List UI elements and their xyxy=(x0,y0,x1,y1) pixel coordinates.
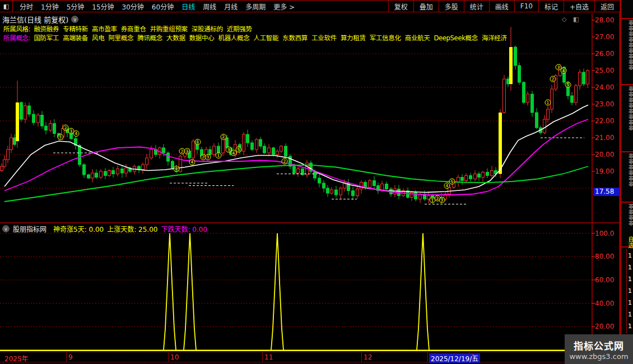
menu-item-2[interactable]: 1分钟 xyxy=(41,2,59,11)
clipped-digit: 1 xyxy=(628,323,632,330)
date-divider xyxy=(427,352,428,362)
menu-item-1[interactable]: 分时 xyxy=(20,2,33,11)
concept-tag-2[interactable]: 高端装备 xyxy=(63,34,88,42)
concept-tag-5[interactable]: 腾讯概念 xyxy=(137,34,162,42)
tool-item-6[interactable]: F10 xyxy=(514,1,538,12)
signal-spike xyxy=(164,234,176,351)
svg-text:2: 2 xyxy=(202,155,205,160)
menu-item-10[interactable]: 多周期 xyxy=(245,2,266,11)
concept-tag-14[interactable]: 商业航天 xyxy=(405,34,430,42)
tool-item-8[interactable]: +自选 xyxy=(564,1,594,12)
menu-item-4[interactable]: 15分钟 xyxy=(92,2,114,11)
clipped-digit: 1 xyxy=(628,311,632,318)
tool-item-4[interactable]: 统计 xyxy=(464,1,489,12)
period-menu: 分时1分钟5分钟15分钟30分钟60分钟日线周线月线多周期更多 > xyxy=(13,2,388,11)
indicator-values: 神奇涨5天: 0.00上涨天数: 25.00下跌天数: 0.00 xyxy=(50,224,207,234)
clipped-text-2: 非非非非非非非非 xyxy=(627,86,633,148)
style-tag-7[interactable]: 近期强势 xyxy=(227,25,252,33)
clipped-digit: 1 xyxy=(628,299,632,306)
concept-tag-10[interactable]: 东数西算 xyxy=(282,34,308,42)
style-tag-3[interactable]: 高市盈率 xyxy=(92,25,117,33)
date-divider xyxy=(66,352,67,362)
concept-row-label: 所属概念: xyxy=(3,34,30,42)
watermark-logo: 指标公式网 www.zbgs3.com xyxy=(565,334,633,364)
ind-label-60.00: 60.00 xyxy=(595,277,614,283)
collapse-panel-icon[interactable]: ∨ xyxy=(2,225,10,232)
menu-item-11[interactable]: 更多 > xyxy=(273,2,295,11)
concept-tag-7[interactable]: 数据中心 xyxy=(189,34,215,42)
concept-tag-1[interactable]: 国防军工 xyxy=(34,34,59,42)
tool-item-3[interactable]: 多股 xyxy=(439,1,464,12)
style-tag-2[interactable]: 专精特新 xyxy=(63,25,88,33)
indicator-source: 股朋指标网 xyxy=(13,224,46,234)
concept-tag-8[interactable]: 机器人概念 xyxy=(218,34,249,42)
concept-tag-13[interactable]: 军工信息化 xyxy=(370,34,401,42)
diamond-icon[interactable]: ◇ xyxy=(562,16,566,23)
svg-text:3: 3 xyxy=(557,65,560,70)
svg-text:3: 3 xyxy=(441,198,444,203)
signal-candle xyxy=(16,102,19,141)
style-tag-6[interactable]: 深股通标的 xyxy=(192,25,223,33)
concept-tag-15[interactable]: DeepSeek概念 xyxy=(434,34,478,42)
svg-text:4: 4 xyxy=(446,183,449,188)
svg-text:4: 4 xyxy=(562,68,565,73)
menu-item-5[interactable]: 30分钟 xyxy=(122,2,144,11)
menu-item-7[interactable]: 日线 xyxy=(181,2,195,11)
concept-tag-6[interactable]: 大数据 xyxy=(166,34,185,42)
indicator-field-2: 上涨天数: 25.00 xyxy=(107,226,157,234)
menu-item-9[interactable]: 月线 xyxy=(224,2,238,11)
chevron-down-icon[interactable]: ∨ xyxy=(71,16,78,23)
svg-text:1: 1 xyxy=(431,198,434,203)
date-axis[interactable]: 2025年91011122025/12/19/五1 xyxy=(0,352,620,362)
tool-item-9[interactable]: 返回 xyxy=(594,1,620,12)
price-label-28.00: 28.00 xyxy=(595,17,614,24)
split-window-icon[interactable]: ◧ xyxy=(573,16,579,23)
svg-text:4: 4 xyxy=(75,131,78,136)
menu-item-3[interactable]: 5分钟 xyxy=(67,2,85,11)
concept-tag-9[interactable]: 人工智能 xyxy=(253,34,278,42)
signal-spike xyxy=(417,234,429,351)
concept-tag-16[interactable]: 海洋经济 xyxy=(482,34,507,42)
tool-item-2[interactable]: 叠加 xyxy=(413,1,439,12)
price-label-23.00: 23.00 xyxy=(595,101,614,108)
menu-item-8[interactable]: 周线 xyxy=(203,2,216,11)
clipped-text-4: 非非非非 xyxy=(627,204,633,235)
ind-label-100.0: 100.0 xyxy=(595,230,614,237)
svg-text:1: 1 xyxy=(175,166,178,171)
svg-text:5: 5 xyxy=(238,147,240,152)
price-label-22.00: 22.00 xyxy=(595,118,614,124)
main-chart-canvas[interactable]: 123412341231234521234512345 xyxy=(0,0,633,364)
style-tag-1[interactable]: 融资融券 xyxy=(34,25,59,33)
concept-tag-11[interactable]: 工业软件 xyxy=(311,34,337,42)
strip-separator xyxy=(621,18,633,19)
tool-item-7[interactable]: 标记 xyxy=(538,1,564,12)
price-label-26.00: 26.00 xyxy=(595,50,614,57)
svg-text:1: 1 xyxy=(547,100,550,105)
ind-label-40.00: 40.00 xyxy=(595,300,614,307)
signal-candle xyxy=(509,47,513,84)
menu-item-6[interactable]: 60分钟 xyxy=(152,2,174,11)
stock-title: 海兰信(日线 前复权) xyxy=(2,14,68,25)
indicator-field-1: 神奇涨5天: 0.00 xyxy=(53,226,104,234)
tool-item-5[interactable]: 画线 xyxy=(489,1,514,12)
price-label-25.00: 25.00 xyxy=(595,67,614,74)
concept-tag-3[interactable]: 风电 xyxy=(92,34,104,42)
price-label-20.00: 20.00 xyxy=(595,151,614,158)
price-label-24.00: 24.00 xyxy=(595,84,614,91)
style-tag-5[interactable]: 并购重组预案 xyxy=(150,25,188,33)
style-tag-4[interactable]: 券商重仓 xyxy=(121,25,146,33)
indicator-header: ∨ 股朋指标网 神奇涨5天: 0.00上涨天数: 25.00下跌天数: 0.00 xyxy=(2,224,207,234)
tool-item-1[interactable]: 复权 xyxy=(388,1,413,12)
date-label-1: 2025年 xyxy=(4,353,29,363)
svg-text:1: 1 xyxy=(59,134,62,139)
watermark-url: www.zbgs3.com xyxy=(569,352,628,361)
concept-tag-4[interactable]: 阿里概念 xyxy=(108,34,133,42)
concept-tag-12[interactable]: 算力租赁 xyxy=(341,34,366,42)
price-label-19.00: 19.00 xyxy=(595,168,614,175)
ind-label-20.00: 20.00 xyxy=(595,323,614,330)
svg-text:2: 2 xyxy=(181,149,184,154)
window-layout-icon[interactable]: ◧ xyxy=(0,1,13,12)
svg-text:3: 3 xyxy=(227,147,230,152)
clipped-side-panel[interactable]: 非非非非非非非非非非非非非非非非非非非非非非非非非非非自选1111111 xyxy=(620,0,633,364)
watermark-site-name: 指标公式网 xyxy=(574,338,624,352)
